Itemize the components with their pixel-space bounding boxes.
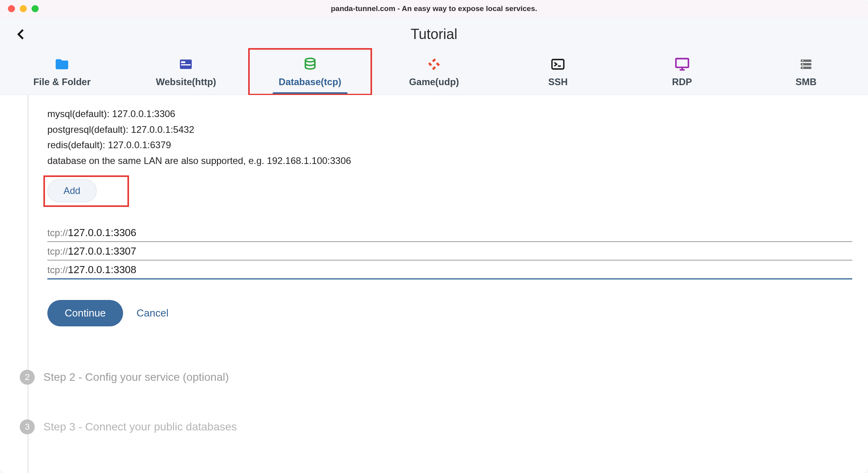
svg-rect-1	[181, 61, 185, 63]
info-line: redis(default): 127.0.0.1:6379	[47, 137, 852, 153]
inputs-block: tcp:// 127.0.0.1:3306 tcp:// 127.0.0.1:3…	[47, 223, 852, 279]
svg-rect-6	[428, 62, 432, 66]
input-value: 127.0.0.1:3308	[68, 264, 137, 276]
content-area: mysql(default): 127.0.0.1:3306 postgresq…	[0, 95, 868, 473]
info-line: postgresql(default): 127.0.0.1:5432	[47, 122, 852, 138]
window-title: panda-tunnel.com - An easy way to expose…	[0, 4, 868, 13]
tab-ssh[interactable]: SSH	[496, 51, 620, 95]
traffic-lights	[0, 5, 39, 12]
info-line: database on the same LAN are also suppor…	[47, 153, 852, 169]
info-line: mysql(default): 127.0.0.1:3306	[47, 106, 852, 122]
page-header: Tutorial	[0, 17, 868, 51]
app-window: panda-tunnel.com - An easy way to expose…	[0, 0, 868, 473]
svg-rect-10	[676, 59, 688, 67]
svg-rect-5	[432, 66, 436, 70]
step-number-badge: 3	[20, 419, 35, 434]
tab-smb[interactable]: SMB	[744, 51, 868, 95]
website-icon	[178, 57, 193, 72]
tab-website[interactable]: Website(http)	[124, 51, 248, 95]
tcp-input-row[interactable]: tcp:// 127.0.0.1:3307	[47, 242, 852, 261]
svg-point-18	[802, 67, 803, 69]
svg-rect-2	[181, 64, 191, 65]
step-number-badge: 2	[20, 370, 35, 385]
svg-point-17	[802, 64, 803, 65]
titlebar: panda-tunnel.com - An easy way to expose…	[0, 0, 868, 17]
tabs-row: File & Folder Website(http) Database(tcp…	[0, 51, 868, 95]
input-value: 127.0.0.1:3306	[68, 227, 137, 239]
input-prefix: tcp://	[47, 246, 68, 257]
minimize-window-button[interactable]	[20, 5, 27, 12]
folder-icon	[54, 57, 69, 72]
tcp-input-row[interactable]: tcp:// 127.0.0.1:3306	[47, 223, 852, 242]
tab-label: Database(tcp)	[279, 76, 341, 88]
tab-label: SSH	[548, 76, 568, 88]
add-button[interactable]: Add	[47, 179, 97, 202]
step-label: Step 2 - Config your service (optional)	[43, 371, 229, 384]
main-pane: mysql(default): 127.0.0.1:3306 postgresq…	[0, 95, 868, 434]
fullscreen-window-button[interactable]	[32, 5, 39, 12]
terminal-icon	[550, 57, 565, 72]
tab-rdp[interactable]: RDP	[620, 51, 744, 95]
tab-database[interactable]: Database(tcp)	[248, 51, 372, 95]
tab-game[interactable]: Game(udp)	[372, 51, 496, 95]
step-3-row[interactable]: 3 Step 3 - Connect your public databases	[20, 419, 852, 434]
tab-label: RDP	[672, 76, 692, 88]
page-title: Tutorial	[0, 26, 868, 43]
svg-point-16	[802, 60, 803, 61]
cancel-link[interactable]: Cancel	[137, 307, 168, 319]
step-rail	[28, 95, 28, 473]
back-button[interactable]	[9, 22, 33, 46]
tab-label: Website(http)	[156, 76, 216, 88]
server-icon	[799, 57, 814, 72]
svg-rect-4	[432, 58, 436, 62]
database-icon	[303, 57, 318, 72]
input-value: 127.0.0.1:3307	[68, 245, 137, 257]
tcp-input-row[interactable]: tcp:// 127.0.0.1:3308	[47, 261, 852, 279]
info-block: mysql(default): 127.0.0.1:3306 postgresq…	[47, 106, 852, 168]
tab-label: File & Folder	[33, 76, 90, 88]
step-label: Step 3 - Connect your public databases	[43, 421, 237, 433]
chevron-left-icon	[15, 28, 28, 41]
action-row: Continue Cancel	[47, 300, 852, 326]
tab-file-folder[interactable]: File & Folder	[0, 51, 124, 95]
continue-button[interactable]: Continue	[47, 300, 123, 326]
svg-rect-7	[436, 62, 440, 66]
close-window-button[interactable]	[8, 5, 15, 12]
input-prefix: tcp://	[47, 264, 68, 276]
monitor-icon	[675, 57, 690, 72]
input-prefix: tcp://	[47, 227, 68, 238]
tab-label: SMB	[795, 76, 816, 88]
step-2-row[interactable]: 2 Step 2 - Config your service (optional…	[20, 370, 852, 385]
svg-point-3	[305, 58, 315, 62]
svg-rect-8	[552, 60, 564, 69]
game-icon	[427, 57, 441, 72]
tab-label: Game(udp)	[409, 76, 459, 88]
